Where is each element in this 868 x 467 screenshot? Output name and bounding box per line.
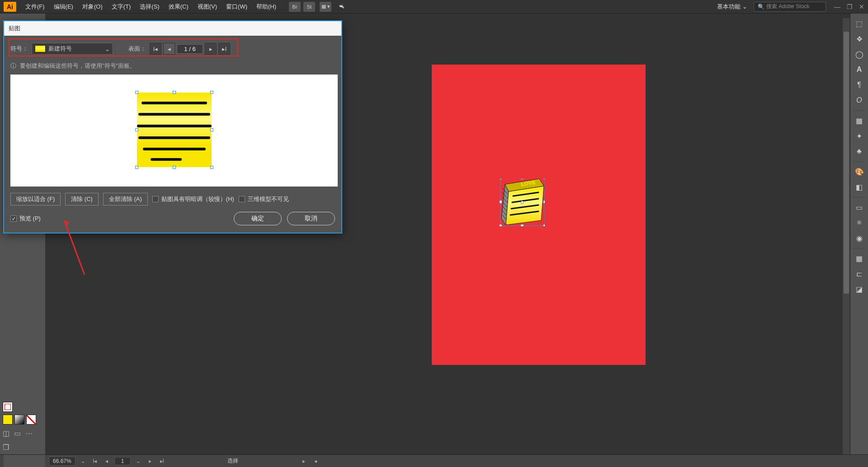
canvas-vertical-scrollbar[interactable] xyxy=(843,18,850,454)
bridge-icon[interactable]: Br xyxy=(289,2,301,12)
menu-view[interactable]: 视图(V) xyxy=(193,3,222,11)
ok-button[interactable]: 确定 xyxy=(234,212,282,225)
symbols-panel-icon[interactable]: ▦ xyxy=(853,114,866,127)
info-icon: ⓘ xyxy=(10,62,16,70)
screen-mode-switch-icon[interactable]: ❐ xyxy=(3,444,9,451)
window-controls: — ❐ ✕ xyxy=(834,3,864,10)
cancel-button[interactable]: 取消 xyxy=(287,212,335,225)
zoom-level[interactable]: 66.67% xyxy=(49,457,75,466)
layers-panel-icon[interactable]: ❖ xyxy=(853,33,866,45)
color-panel-icon[interactable]: 🎨 xyxy=(853,165,866,178)
clear-button[interactable]: 清除 (C) xyxy=(65,193,99,205)
close-icon[interactable]: ✕ xyxy=(859,3,864,10)
align-panel-icon[interactable]: ⊏ xyxy=(853,267,866,280)
checkbox-checked-icon xyxy=(10,215,17,222)
preview-symbol-artwork[interactable] xyxy=(137,93,212,167)
stroke-panel-icon[interactable]: ▭ xyxy=(853,201,866,214)
dialog-info-text: 要创建和编辑这些符号，请使用"符号"面板。 xyxy=(20,62,136,70)
menu-window[interactable]: 窗口(W) xyxy=(222,3,252,11)
artboard-prev-icon[interactable]: ◂ xyxy=(103,457,111,465)
stock-search-input[interactable]: 🔍 搜索 Adobe Stock xyxy=(754,2,826,12)
gpu-rocket-icon[interactable] xyxy=(336,2,348,12)
map-art-preview[interactable] xyxy=(10,75,338,187)
menu-file[interactable]: 文件(F) xyxy=(21,3,49,11)
scale-to-fit-button[interactable]: 缩放以适合 (F) xyxy=(10,193,61,205)
stock-icon[interactable]: St xyxy=(303,2,315,12)
face-last-button[interactable]: ▸I xyxy=(218,43,230,55)
map-art-dialog: 贴图 符号： 新建符号 ⌄ 表面： I◂ ◂ 1 / 6 ▸ ▸I xyxy=(3,20,342,234)
svg-rect-16 xyxy=(521,179,524,179)
character-panel-icon[interactable]: A xyxy=(853,63,866,76)
search-placeholder: 搜索 Adobe Stock xyxy=(766,3,809,10)
restore-icon[interactable]: ❐ xyxy=(847,3,853,10)
arrange-documents-icon[interactable]: ▦ ▾ xyxy=(320,2,331,12)
app-menubar: Ai 文件(F) 编辑(E) 对象(O) 文字(T) 选择(S) 效果(C) 视… xyxy=(0,0,868,14)
zoom-dropdown-icon[interactable]: ⌄ xyxy=(79,457,87,465)
face-label: 表面： xyxy=(128,45,146,53)
svg-rect-19 xyxy=(543,201,545,203)
svg-rect-21 xyxy=(521,224,524,226)
clear-all-button[interactable]: 全部清除 (A) xyxy=(103,193,148,205)
gradient-panel-icon[interactable]: ◧ xyxy=(853,181,866,193)
checkbox-unchecked-icon xyxy=(239,196,245,202)
appearance-panel-icon[interactable]: ◉ xyxy=(853,232,866,244)
minimize-icon[interactable]: — xyxy=(834,3,840,10)
svg-rect-22 xyxy=(543,224,545,226)
workspace-label: 基本功能 xyxy=(717,3,741,11)
menu-edit[interactable]: 编辑(E) xyxy=(49,3,78,11)
artboard-number[interactable]: 1 xyxy=(114,457,131,465)
checkbox-unchecked-icon xyxy=(152,196,159,202)
svg-point-23 xyxy=(521,201,524,204)
screen-mode-menu-icon[interactable]: ⋯ xyxy=(25,429,33,438)
svg-rect-18 xyxy=(500,201,502,203)
face-counter: 1 / 6 xyxy=(177,44,203,54)
symbol-label: 符号： xyxy=(10,45,28,53)
preview-checkbox[interactable]: 预览 (P) xyxy=(10,215,41,223)
artboard-first-icon[interactable]: I◂ xyxy=(91,457,99,465)
symbol-name: 新建符号 xyxy=(48,45,72,53)
cube-panel-icon[interactable]: ⬚ xyxy=(853,17,866,30)
artboard-next-icon[interactable]: ▸ xyxy=(146,457,154,465)
swatches-panel-icon[interactable]: ♣ xyxy=(853,145,866,158)
artboard: LOVE xyxy=(432,65,646,365)
dialog-title: 贴图 xyxy=(4,21,341,36)
transparency-panel-icon[interactable]: ≡ xyxy=(853,216,866,229)
transform-panel-icon[interactable]: ▦ xyxy=(853,252,866,265)
artboard-last-icon[interactable]: ▸I xyxy=(158,457,166,465)
shade-checkbox[interactable]: 贴图具有明暗调（较慢）(H) xyxy=(152,195,234,203)
symbol-dropdown[interactable]: 新建符号 ⌄ xyxy=(32,43,113,55)
status-play-icon[interactable]: ▸ xyxy=(300,457,308,465)
hscroll-left-icon[interactable]: ◂ xyxy=(311,457,320,465)
brushes-panel-icon[interactable]: ✦ xyxy=(853,130,866,142)
menu-select[interactable]: 选择(S) xyxy=(135,3,164,11)
color-mode-gradient[interactable] xyxy=(14,415,24,425)
pathfinder-panel-icon[interactable]: ◪ xyxy=(853,283,866,295)
svg-rect-20 xyxy=(500,224,502,226)
paragraph-panel-icon[interactable]: ¶ xyxy=(853,79,866,91)
face-navigator: I◂ ◂ 1 / 6 ▸ ▸I xyxy=(150,43,230,55)
chevron-down-icon: ⌄ xyxy=(742,3,747,10)
glyphs-panel-icon[interactable]: O xyxy=(853,94,866,107)
screen-mode-normal-icon[interactable]: ◫ xyxy=(3,429,9,438)
face-first-button[interactable]: I◂ xyxy=(150,43,161,55)
color-mode-solid[interactable] xyxy=(3,415,13,425)
screen-mode-full-icon[interactable]: ▭ xyxy=(14,429,21,438)
status-bar: 66.67% ⌄ I◂ ◂ 1 ⌄ ▸ ▸I 选择 ▸ ◂ xyxy=(0,454,868,467)
face-next-button[interactable]: ▸ xyxy=(205,43,217,55)
menu-effect[interactable]: 效果(C) xyxy=(164,3,193,11)
svg-rect-15 xyxy=(500,179,502,179)
libraries-panel-icon[interactable]: ◯ xyxy=(853,48,866,61)
workspace-switcher[interactable]: 基本功能 ⌄ xyxy=(714,2,750,12)
artboard-dropdown-icon[interactable]: ⌄ xyxy=(134,457,142,465)
3d-cube-object[interactable]: LOVE xyxy=(500,179,545,222)
menu-help[interactable]: 帮助(H) xyxy=(252,3,281,11)
menu-object[interactable]: 对象(O) xyxy=(78,3,107,11)
menu-type[interactable]: 文字(T) xyxy=(107,3,136,11)
toolbox-swatches: ◫ ▭ ⋯ ❐ xyxy=(3,402,36,452)
color-mode-none[interactable] xyxy=(26,415,36,425)
symbol-thumbnail xyxy=(35,45,46,52)
face-prev-button[interactable]: ◂ xyxy=(163,43,175,55)
fill-swatch[interactable] xyxy=(3,402,13,412)
invisible-geometry-checkbox[interactable]: 三维模型不可见 xyxy=(239,195,289,203)
svg-rect-17 xyxy=(543,179,545,179)
